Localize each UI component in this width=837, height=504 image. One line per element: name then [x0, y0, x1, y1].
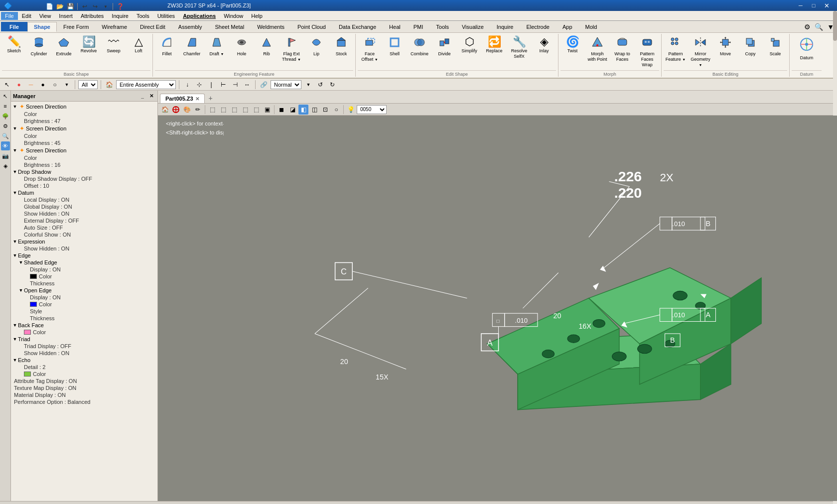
manager-close-btn[interactable]: ✕ — [147, 92, 155, 100]
fillet-btn[interactable]: Fillet — [155, 35, 179, 69]
menu-tools[interactable]: Tools — [133, 12, 153, 20]
options-btn[interactable]: ⚙ — [802, 23, 813, 31]
tab-sheet-metal[interactable]: Sheet Metal — [208, 22, 251, 31]
twist-btn[interactable]: 🌀 Twist — [560, 35, 584, 69]
tab-part005[interactable]: Part005.Z3 ✕ — [160, 94, 205, 103]
status-single-btn[interactable]: ⊞ — [823, 502, 833, 504]
tab-heal[interactable]: Heal — [383, 22, 407, 31]
vp-icon-2[interactable] — [171, 105, 181, 115]
tree-shaded-edge[interactable]: ▼ Shaded Edge — [12, 259, 156, 266]
vp-shade-6[interactable]: ○ — [331, 105, 341, 115]
mirror-geometry-btn[interactable]: Mirror Geometry ▼ — [689, 35, 712, 69]
cylinder-btn[interactable]: Cylinder — [27, 35, 51, 69]
menu-attributes[interactable]: Attributes — [77, 12, 108, 20]
side-icon-cursor[interactable]: ↖ — [1, 92, 10, 101]
maximize-btn[interactable]: □ — [807, 0, 820, 11]
tab-freeform[interactable]: Free Form — [57, 22, 95, 31]
cmd-icon-8[interactable]: ↓ — [182, 80, 192, 90]
tab-direct-edit[interactable]: Direct Edit — [134, 22, 172, 31]
wrap-pattern-btn[interactable]: Pattern Faces Wrap — [635, 35, 659, 69]
normal-select[interactable]: Normal — [271, 80, 301, 89]
cmd-icon-4[interactable]: ● — [38, 80, 48, 90]
tab-mold[interactable]: Mold — [579, 22, 604, 31]
tab-inquire[interactable]: Inquire — [490, 22, 520, 31]
menu-window[interactable]: Window — [220, 12, 247, 20]
side-icon-properties[interactable]: ⚙ — [1, 122, 10, 130]
tree-open-edge[interactable]: ▼ Open Edge — [12, 287, 156, 294]
tab-electrode[interactable]: Electrode — [520, 22, 556, 31]
tree-datum[interactable]: ▼ Datum — [12, 189, 156, 196]
face-offset-btn[interactable]: Face Offset ▼ — [358, 35, 382, 69]
minimize-btn[interactable]: ─ — [794, 0, 807, 11]
undo-btn[interactable]: ↩ — [80, 2, 89, 11]
vp-shade-3[interactable]: ◧ — [298, 105, 308, 115]
inlay-btn[interactable]: ◈ Inlay — [532, 35, 556, 69]
move-btn[interactable]: Move — [713, 35, 737, 69]
chamfer-btn[interactable]: Chamfer — [180, 35, 204, 69]
side-icon-material[interactable]: ◈ — [1, 161, 10, 170]
selection-mode-select[interactable]: All — [78, 80, 98, 89]
loft-btn[interactable]: △ Loft — [127, 35, 150, 69]
side-icon-display[interactable]: 👁 — [1, 141, 10, 150]
wrap-faces-btn[interactable]: Wrap to Faces — [610, 35, 634, 69]
side-icon-search[interactable]: 🔍 — [1, 131, 10, 140]
screen-dir-2-color[interactable]: Color — [12, 132, 156, 139]
vp-view-6[interactable]: ▣ — [262, 105, 272, 115]
vp-icon-3[interactable]: 🎨 — [182, 105, 192, 115]
tree-edge[interactable]: ▼ Edge — [12, 252, 156, 259]
menu-edit[interactable]: Edit — [18, 12, 35, 20]
vp-view-3[interactable]: ⬚ — [229, 105, 239, 115]
filter-mode-select[interactable]: Entire Assembly — [116, 80, 176, 89]
tab-close-btn[interactable]: ✕ — [195, 96, 199, 102]
cmd-icon-3[interactable]: ─ — [26, 80, 36, 90]
cmd-icon-16[interactable]: ↺ — [315, 80, 325, 90]
menu-insert[interactable]: Insert — [55, 12, 77, 20]
menu-view[interactable]: View — [35, 12, 55, 20]
divide-btn[interactable]: Divide — [432, 35, 456, 69]
cmd-icon-12[interactable]: ⊣ — [230, 80, 240, 90]
vp-shade-5[interactable]: ⊡ — [320, 105, 330, 115]
revolve-btn[interactable]: 🔄 Revolve — [77, 35, 101, 69]
dropdown-btn[interactable]: ▼ — [101, 2, 110, 11]
vp-icon-4[interactable]: ✏ — [193, 105, 203, 115]
save-btn[interactable]: 💾 — [66, 2, 75, 11]
cmd-icon-5[interactable]: ○ — [50, 80, 60, 90]
tab-app[interactable]: App — [556, 22, 579, 31]
menu-help[interactable]: Help — [247, 12, 267, 20]
close-btn[interactable]: ✕ — [820, 0, 833, 11]
sketch-btn[interactable]: ✏️ Sketch — [2, 35, 26, 69]
cmd-icon-6[interactable]: ▼ — [62, 80, 72, 90]
vp-shade-2[interactable]: ◪ — [287, 105, 297, 115]
open-btn[interactable]: 📂 — [55, 2, 64, 11]
cmd-icon-13[interactable]: ↔ — [242, 80, 252, 90]
side-icon-camera[interactable]: 📷 — [1, 151, 10, 160]
draft-btn[interactable]: Draft ▼ — [205, 35, 229, 69]
hole-btn[interactable]: Hole — [230, 35, 254, 69]
tab-file[interactable]: File — [1, 22, 27, 31]
cmd-icon-9[interactable]: ⊹ — [194, 80, 204, 90]
tree-drop-shadow[interactable]: ▼ Drop Shadow — [12, 168, 156, 175]
vp-shade-1[interactable]: ◼ — [277, 105, 286, 115]
side-icon-layers[interactable]: ≡ — [1, 102, 10, 111]
tab-tools[interactable]: Tools — [429, 22, 455, 31]
tab-point-cloud[interactable]: Point Cloud — [291, 22, 332, 31]
back-face-color[interactable]: Color — [12, 329, 156, 336]
sweep-btn[interactable]: 〰 Sweep — [102, 35, 126, 69]
lip-btn[interactable]: Lip — [304, 35, 328, 69]
tab-data-exchange[interactable]: Data Exchange — [332, 22, 383, 31]
simplify-btn[interactable]: ⬡ Simplify — [457, 35, 481, 69]
menu-inquire[interactable]: Inquire — [108, 12, 133, 20]
open-edge-color[interactable]: Color — [12, 301, 156, 308]
tab-visualize[interactable]: Visualize — [455, 22, 490, 31]
stock-btn[interactable]: Stock — [329, 35, 353, 69]
flag-ext-thread-btn[interactable]: Flag Ext Thread ▼ — [279, 35, 303, 69]
tab-wireframe[interactable]: Wireframe — [95, 22, 134, 31]
rib-btn[interactable]: Rib — [255, 35, 279, 69]
side-icon-tree[interactable]: 🌳 — [1, 112, 10, 121]
resolve-selfx-btn[interactable]: 🔧 Resolve SelfX — [507, 35, 531, 69]
vp-icon-1[interactable]: 🏠 — [160, 105, 170, 115]
cmd-icon-15[interactable]: ▼ — [303, 80, 313, 90]
extrude-btn[interactable]: Extrude — [52, 35, 76, 69]
vp-shade-4[interactable]: ◫ — [309, 105, 319, 115]
vp-view-5[interactable]: ⬚ — [251, 105, 261, 115]
